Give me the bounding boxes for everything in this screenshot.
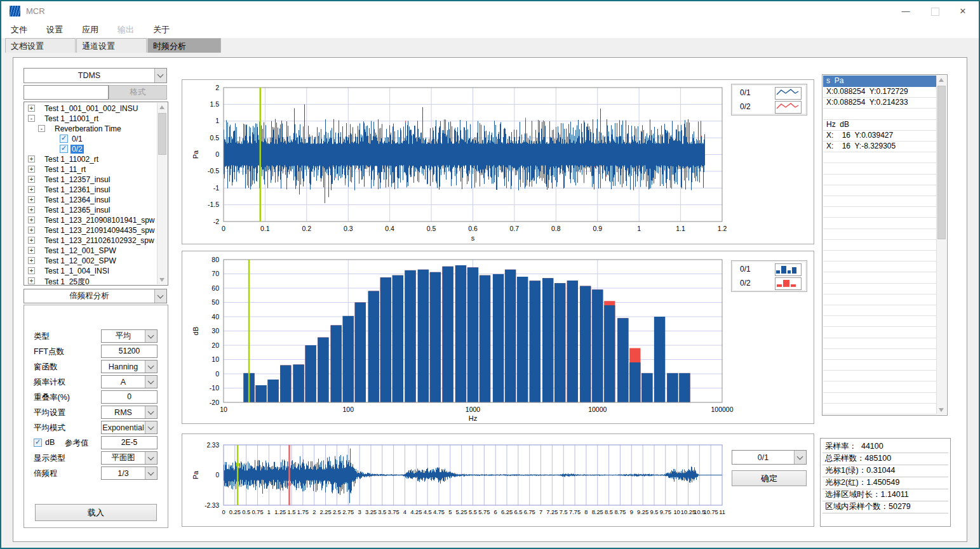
tree-item[interactable]: +Test 1_12_002_SPW — [24, 256, 168, 266]
tree-toggle-icon[interactable]: - — [28, 115, 35, 122]
cursor-list-row[interactable]: X: 16 Y:0.039427 — [823, 130, 937, 142]
cursor-list-row[interactable]: X:0.088254 Y:0.214233 — [823, 97, 937, 109]
tree-toggle-icon[interactable]: + — [28, 155, 35, 162]
format-filter-input[interactable] — [23, 85, 109, 100]
menu-item-应用[interactable]: 应用 — [72, 21, 108, 39]
menu-item-关于[interactable]: 关于 — [144, 21, 179, 39]
cursor-list-row[interactable] — [823, 228, 937, 240]
tree-item[interactable]: +Test 1_1_004_INSI — [24, 266, 168, 276]
menu-item-文件[interactable]: 文件 — [1, 21, 37, 39]
tree-toggle-icon[interactable]: + — [28, 196, 35, 203]
minimize-button[interactable]: — — [895, 1, 916, 21]
tab-通道设置[interactable]: 通道设置 — [76, 38, 147, 53]
cursor-list-row[interactable] — [823, 239, 937, 251]
cursor-list-row[interactable] — [823, 305, 937, 316]
tree-item[interactable]: +Test 1_11_rt — [24, 164, 168, 175]
tree-item[interactable]: +Test 1_12361_insul — [24, 185, 168, 195]
tree-scrollbar-thumb[interactable] — [158, 113, 166, 155]
field-input-重叠率(%)[interactable]: 0 — [101, 390, 158, 404]
cursor-list-row[interactable] — [823, 370, 937, 381]
cursor-list-row[interactable] — [823, 174, 937, 185]
tree-toggle-icon[interactable]: + — [28, 186, 35, 193]
cursor-list-row[interactable] — [823, 109, 937, 120]
tree-item[interactable]: +Test 1_12_001_SPW — [24, 246, 168, 256]
cursor-list-row[interactable] — [823, 250, 937, 261]
tree-item[interactable]: 0/1 — [24, 134, 168, 144]
cursor-list-row[interactable] — [823, 195, 937, 207]
field-select-窗函数[interactable]: Hanning — [101, 360, 158, 373]
cursor-list-row[interactable] — [823, 381, 937, 393]
field-select-平均模式[interactable]: Exponential — [101, 421, 158, 434]
tree-toggle-icon[interactable]: + — [28, 227, 35, 234]
field-select-显示类型[interactable]: 平面图 — [101, 451, 158, 465]
tree-scrollbar[interactable] — [157, 103, 167, 284]
tree-toggle-icon[interactable]: + — [28, 206, 35, 213]
tree-item[interactable]: +Test 1_12364_insul — [24, 195, 168, 205]
tree-toggle-icon[interactable]: - — [38, 125, 45, 132]
field-select-倍频程[interactable]: 1/3 — [101, 466, 158, 480]
cursor-list-row[interactable] — [823, 392, 937, 404]
scroll-up-icon[interactable] — [937, 76, 946, 84]
tree-toggle-icon[interactable]: + — [28, 166, 35, 173]
tree-item[interactable]: +Test 1_123_210908101941_spw — [24, 215, 168, 225]
tree-toggle-icon[interactable]: + — [28, 216, 35, 223]
format-button[interactable]: 格式 — [109, 85, 167, 100]
field-select-频率计权[interactable]: A — [101, 375, 158, 388]
tree-item[interactable]: +Test 1_123_211026102932_spw — [24, 235, 168, 246]
cursor-list-row[interactable] — [823, 327, 937, 338]
tree-item[interactable]: +Test 1_12365_insul — [24, 205, 168, 215]
reference-value-input[interactable]: 2E-5 — [101, 436, 158, 449]
tree-item[interactable]: +Test 1_001_001_002_INSU — [24, 103, 168, 114]
spectrum-chart[interactable]: 10100100010000100000-20-1001020304050607… — [182, 251, 814, 424]
analysis-type-select[interactable]: 倍频程分析 — [23, 289, 167, 303]
cursor-list-row[interactable] — [823, 348, 937, 360]
cursor-list-row[interactable] — [823, 218, 937, 229]
tree-item[interactable]: +Test 1_12357_insul — [24, 175, 168, 185]
cursor-list-header[interactable]: s Pa — [823, 76, 937, 87]
tree-toggle-icon[interactable]: + — [28, 247, 35, 254]
cursor-list-row[interactable] — [823, 272, 937, 284]
list-scrollbar[interactable] — [936, 76, 946, 414]
channel-select[interactable]: 0/1 — [732, 450, 807, 465]
cursor-list-row[interactable] — [823, 261, 937, 272]
field-select-类型[interactable]: 平均 — [101, 329, 158, 343]
cursor-list-row[interactable] — [823, 283, 937, 294]
menu-item-设置[interactable]: 设置 — [37, 21, 72, 39]
load-button[interactable]: 载入 — [35, 504, 157, 521]
tree-item[interactable]: -Reverberation Time — [24, 124, 168, 134]
field-input-FFT点数[interactable]: 51200 — [101, 345, 158, 358]
tree-item[interactable]: +Test 1_123_210914094435_spw — [24, 225, 168, 235]
overview-waveform-chart[interactable]: 00.250.50.7511.251.51.7522.252.52.7533.2… — [182, 433, 814, 527]
file-format-select[interactable]: TDMS — [23, 68, 167, 83]
time-waveform-chart[interactable]: 00.10.20.30.40.50.60.70.80.911.11.2-2-1.… — [182, 79, 814, 244]
cursor-list-row[interactable] — [823, 185, 937, 196]
tree-toggle-icon[interactable]: + — [28, 237, 35, 244]
cursor-list-row[interactable]: Hz dB — [823, 119, 937, 131]
cursor-list-row[interactable] — [823, 315, 937, 327]
tree-toggle-icon[interactable]: + — [28, 105, 35, 112]
cursor-list-row[interactable] — [823, 294, 937, 305]
tree-item[interactable]: -Test 1_11001_rt — [24, 114, 168, 124]
scroll-down-icon[interactable] — [937, 406, 946, 414]
cursor-list-row[interactable]: X:0.088254 Y:0.172729 — [823, 86, 937, 98]
tree-item[interactable]: +Test 1_11002_rt — [24, 154, 168, 164]
cursor-list-row[interactable] — [823, 359, 937, 371]
cursor-list-row[interactable] — [823, 206, 937, 218]
channel-checkbox[interactable] — [60, 145, 68, 153]
cursor-list-row[interactable] — [823, 163, 937, 175]
tree-toggle-icon[interactable]: + — [28, 267, 35, 274]
tree-toggle-icon[interactable]: + — [28, 257, 35, 264]
tree-item[interactable]: +Test 1_25度0 — [24, 276, 168, 286]
cursor-list-row[interactable]: X: 16 Y:-8.329305 — [823, 141, 937, 152]
scroll-up-icon[interactable] — [158, 103, 167, 112]
channel-checkbox[interactable] — [60, 135, 68, 143]
tab-文档设置[interactable]: 文档设置 — [5, 38, 76, 53]
tree-toggle-icon[interactable]: + — [28, 176, 35, 183]
cursor-list-row[interactable] — [823, 152, 937, 163]
scroll-down-icon[interactable] — [158, 275, 167, 284]
tab-时频分析[interactable]: 时频分析 — [147, 38, 221, 53]
field-select-平均设置[interactable]: RMS — [101, 406, 158, 419]
cursor-list-row[interactable] — [823, 403, 937, 414]
tree-item[interactable]: 0/2 — [24, 144, 168, 154]
tree-toggle-icon[interactable]: + — [28, 277, 35, 284]
